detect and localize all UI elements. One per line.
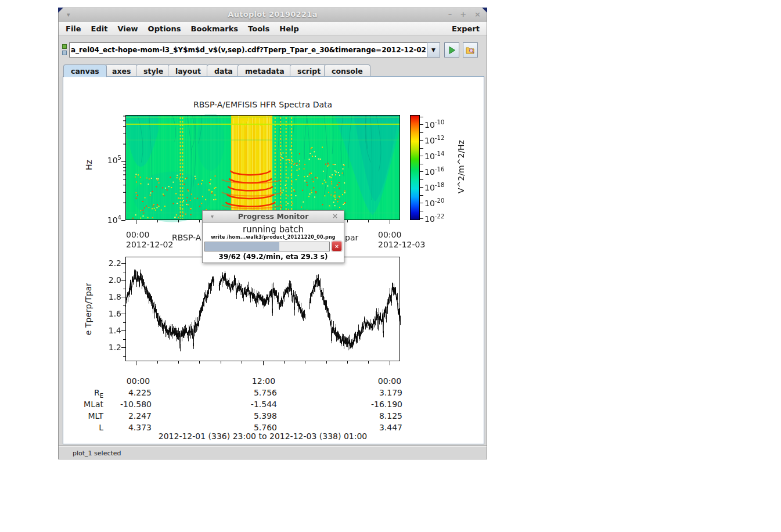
- spectrogram-xtick-left-time: 00:00: [126, 230, 149, 239]
- status-bar: plot_1 selected: [59, 445, 487, 459]
- inspect-file-button[interactable]: [463, 42, 478, 57]
- spectrogram-ylabel: Hz: [84, 153, 93, 177]
- tab-metadata[interactable]: metadata: [237, 64, 292, 77]
- lineplot-ytick: 2.2: [92, 258, 121, 268]
- window-corner-decoration: [58, 8, 63, 13]
- progress-detail-label: write /hom...walk3/product_20121220_00.p…: [203, 235, 344, 240]
- window-corner-decoration: [482, 8, 487, 13]
- cancel-x-icon: ×: [335, 243, 339, 250]
- go-button[interactable]: [444, 42, 459, 57]
- progress-dialog-titlebar[interactable]: ▾ Progress Monitor ×: [203, 211, 344, 223]
- ephemeris-value: -16.190: [349, 400, 402, 409]
- address-row: ▼: [59, 36, 487, 64]
- lineplot-xtick: 12:00: [249, 376, 278, 386]
- colorbar-tick-label: 10-18: [424, 182, 444, 192]
- menu-item-tools[interactable]: Tools: [248, 24, 269, 33]
- folder-magnifier-icon: [466, 45, 475, 55]
- uri-input[interactable]: [69, 42, 427, 57]
- ephemeris-value: -10.580: [98, 400, 152, 409]
- timerange-label: 2012-12-01 (336) 23:00 to 2012-12-03 (33…: [125, 432, 400, 441]
- datasource-status-icon[interactable]: [62, 44, 67, 49]
- menu-item-help[interactable]: Help: [279, 24, 298, 33]
- lineplot-ytick: 1.6: [92, 309, 121, 318]
- status-message: plot_1 selected: [73, 450, 121, 457]
- uri-dropdown-button[interactable]: ▼: [427, 42, 440, 57]
- menu-bar: File Edit View Options Bookmarks Tools H…: [59, 22, 487, 36]
- progress-stats-label: 39/62 (49.2/min, eta 29.3 s): [203, 252, 344, 263]
- chevron-down-icon: ▼: [431, 47, 436, 53]
- lineplot-ytick: 1.8: [92, 292, 121, 301]
- ephemeris-value: -1.544: [224, 400, 277, 409]
- colorbar-unit-label: V^2/m^2/Hz: [456, 132, 474, 202]
- tab-console[interactable]: console: [324, 64, 370, 77]
- lineplot-title-fragment-left: RBSP-A: [172, 233, 201, 242]
- progress-dialog-title: Progress Monitor: [203, 212, 344, 221]
- lineplot-xtick: 00:00: [375, 376, 404, 386]
- ephemeris-value: 4.373: [98, 423, 152, 432]
- progress-monitor-dialog: ▾ Progress Monitor × running batch write…: [202, 210, 344, 263]
- ephemeris-value: 5.398: [224, 411, 277, 420]
- colorbar-tick-label: 10-14: [424, 150, 444, 161]
- tab-axes[interactable]: axes: [105, 64, 138, 77]
- cancel-button[interactable]: ×: [332, 241, 342, 251]
- menu-item-file[interactable]: File: [66, 24, 81, 33]
- minimize-button[interactable]: –: [448, 10, 452, 19]
- tab-layout[interactable]: layout: [168, 64, 208, 77]
- tab-script[interactable]: script: [290, 64, 328, 77]
- spectrogram-xtick-right-date: 2012-12-03: [378, 240, 425, 249]
- ephemeris-value: 3.179: [349, 388, 402, 397]
- menu-item-view[interactable]: View: [117, 24, 138, 33]
- colorbar-tick-label: 10-22: [424, 213, 444, 224]
- ephemeris-value: 4.225: [98, 388, 152, 397]
- colorbar[interactable]: [407, 113, 427, 226]
- tab-style[interactable]: style: [136, 64, 171, 77]
- close-icon[interactable]: ×: [332, 212, 338, 220]
- tab-canvas[interactable]: canvas: [63, 64, 107, 77]
- colorbar-tick-label: 10-12: [424, 135, 444, 145]
- lineplot-ytick: 1.2: [92, 343, 121, 352]
- colorbar-tick-label: 10-10: [424, 119, 444, 130]
- ephemeris-value: 8.125: [349, 411, 402, 420]
- spectrogram-ytick-1e5: 105: [93, 154, 121, 165]
- spectrogram-ytick-1e4: 104: [93, 214, 121, 225]
- window-titlebar[interactable]: ▾ Autoplot 20190221a – + ×: [59, 8, 487, 23]
- menu-item-options[interactable]: Options: [148, 24, 181, 33]
- lineplot-title-fragment-right: par: [345, 233, 358, 242]
- spectrogram-xtick-left-date: 2012-12-02: [126, 240, 173, 249]
- progress-fill: [205, 242, 279, 251]
- ephemeris-value: 2.247: [98, 411, 152, 420]
- autoplot-window: ▾ Autoplot 20190221a – + × File Edit Vie…: [58, 8, 487, 459]
- spectrogram-title: RBSP-A/EMFISIS HFR Spectra Data: [125, 100, 400, 109]
- window-title: Autoplot 20190221a: [59, 10, 487, 19]
- ephemeris-value: 5.760: [224, 423, 277, 432]
- menu-item-bookmarks[interactable]: Bookmarks: [191, 24, 239, 33]
- colorbar-tick-label: 10-16: [424, 166, 444, 177]
- tab-data[interactable]: data: [207, 64, 240, 77]
- lineplot-xtick: 00:00: [124, 376, 153, 386]
- menu-item-edit[interactable]: Edit: [91, 24, 108, 33]
- spectrogram-xtick-right-time: 00:00: [378, 230, 401, 239]
- progress-task-label: running batch: [203, 224, 344, 235]
- ephemeris-value: 5.756: [224, 388, 277, 397]
- maximize-button[interactable]: +: [460, 10, 466, 19]
- colorbar-tick-label: 10-20: [424, 197, 444, 208]
- close-button[interactable]: ×: [474, 10, 481, 19]
- play-icon: [448, 46, 456, 55]
- progress-bar: [204, 242, 330, 251]
- lineplot-ytick: 2.0: [92, 275, 121, 285]
- expert-mode-label[interactable]: Expert: [452, 24, 480, 33]
- datasource-type-icon[interactable]: [62, 51, 67, 55]
- tab-bar: canvas axes style layout data metadata s…: [59, 64, 487, 77]
- timeseries-plot[interactable]: [109, 253, 411, 375]
- ephemeris-value: 3.447: [349, 423, 402, 432]
- lineplot-ytick: 1.4: [92, 326, 121, 335]
